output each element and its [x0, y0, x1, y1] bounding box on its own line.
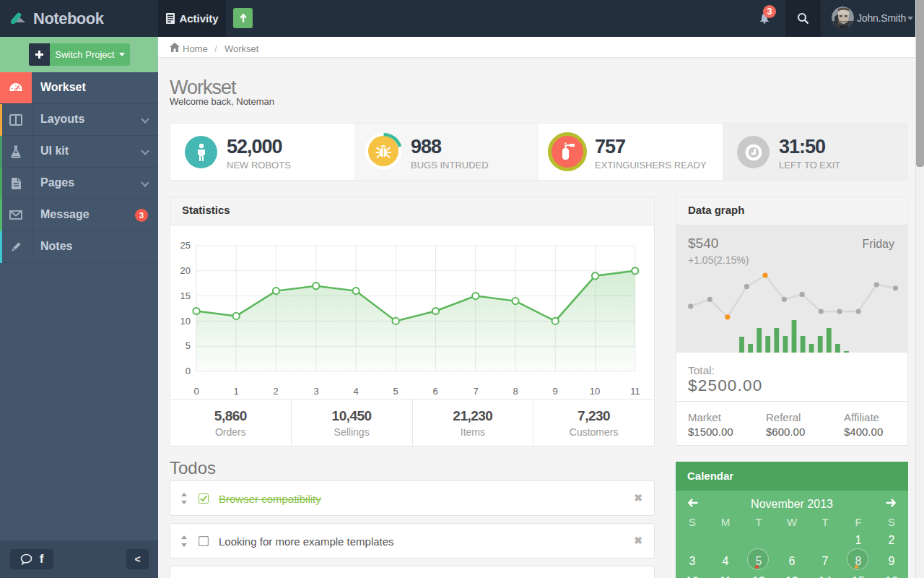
- svg-text:8: 8: [513, 386, 518, 397]
- svg-text:1: 1: [233, 386, 238, 397]
- svg-text:4: 4: [353, 386, 358, 397]
- svg-text:0: 0: [193, 386, 199, 397]
- svg-text:5: 5: [393, 386, 398, 397]
- svg-text:6: 6: [432, 386, 437, 397]
- svg-text:2: 2: [273, 386, 278, 397]
- svg-text:0: 0: [186, 366, 191, 376]
- svg-text:10: 10: [180, 316, 191, 327]
- svg-text:11: 11: [630, 386, 640, 397]
- svg-text:5: 5: [186, 340, 191, 351]
- svg-text:20: 20: [180, 265, 191, 276]
- svg-text:15: 15: [180, 290, 191, 301]
- svg-text:10: 10: [590, 386, 600, 397]
- svg-text:25: 25: [180, 240, 191, 251]
- svg-text:9: 9: [552, 386, 557, 397]
- svg-text:7: 7: [473, 386, 478, 397]
- svg-text:3: 3: [313, 386, 318, 397]
